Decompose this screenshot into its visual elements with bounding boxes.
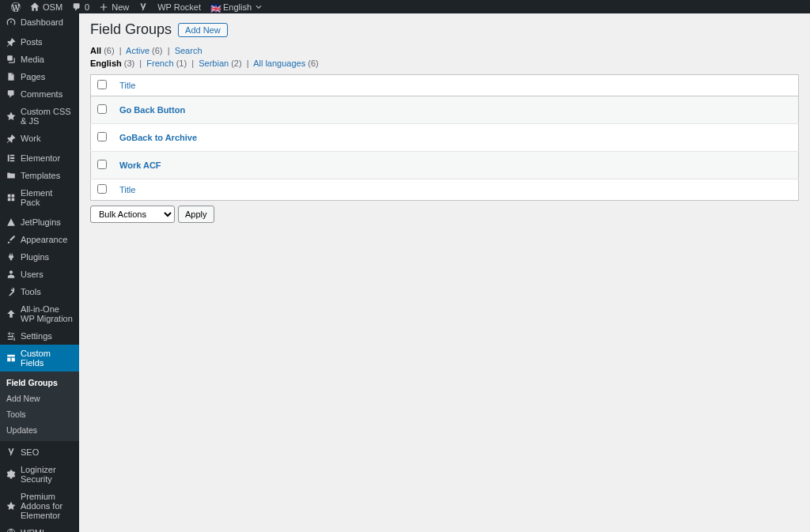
row-checkbox[interactable] bbox=[97, 160, 107, 169]
row-title-link[interactable]: GoBack to Archive bbox=[119, 133, 197, 142]
admin-bar: OSM 0 New WP Rocket 🇬🇧 English bbox=[0, 0, 810, 13]
elementor-icon bbox=[6, 153, 16, 163]
filter-active[interactable]: Active bbox=[126, 46, 150, 55]
sidebar-item-custom-css-js[interactable]: Custom CSS & JS bbox=[0, 103, 79, 130]
site-name-label: OSM bbox=[43, 2, 62, 12]
plus-icon bbox=[99, 2, 108, 12]
sidebar-item-custom-fields[interactable]: Custom Fields bbox=[0, 345, 79, 372]
table-row: Work ACF bbox=[91, 152, 799, 179]
jet-icon bbox=[6, 217, 16, 227]
sidebar-item-tools[interactable]: Tools bbox=[0, 283, 79, 300]
comments-bubble[interactable]: 0 bbox=[67, 2, 94, 12]
row-title-link[interactable]: Work ACF bbox=[119, 160, 161, 170]
sidebar-item-premium-addons[interactable]: Premium Addons for Elementor bbox=[0, 488, 79, 524]
yoast-icon bbox=[6, 447, 16, 457]
sidebar-item-jetplugins[interactable]: JetPlugins bbox=[0, 213, 79, 231]
comment-icon bbox=[72, 2, 81, 12]
pin-icon bbox=[6, 134, 16, 143]
sidebar-item-comments[interactable]: Comments bbox=[0, 85, 79, 103]
language-switcher[interactable]: 🇬🇧 English bbox=[206, 2, 267, 12]
plug-icon bbox=[6, 252, 16, 262]
select-all-checkbox-bottom[interactable] bbox=[97, 184, 107, 194]
wp-rocket-item[interactable]: WP Rocket bbox=[153, 2, 206, 12]
row-checkbox[interactable] bbox=[97, 104, 107, 114]
gear-icon bbox=[6, 470, 16, 479]
table-row: GoBack to Archive bbox=[91, 124, 799, 152]
sidebar-item-media[interactable]: Media bbox=[0, 51, 79, 68]
lang-serbian[interactable]: Serbian bbox=[199, 58, 229, 68]
sliders-icon bbox=[6, 331, 16, 341]
row-title-link[interactable]: Go Back Button bbox=[119, 105, 185, 115]
sidebar-item-plugins[interactable]: Plugins bbox=[0, 248, 79, 266]
brush-icon bbox=[6, 235, 16, 244]
submenu-add-new[interactable]: Add New bbox=[0, 391, 79, 406]
yoast-item[interactable] bbox=[134, 2, 153, 12]
comments-icon bbox=[6, 89, 16, 99]
home-icon bbox=[30, 2, 40, 12]
users-icon bbox=[6, 270, 16, 279]
globe-icon bbox=[6, 528, 16, 532]
page-header: Field Groups Add New bbox=[90, 21, 799, 38]
sidebar-item-posts[interactable]: Posts bbox=[0, 33, 79, 51]
tablenav-bottom: Bulk Actions Apply bbox=[90, 206, 799, 223]
wrench-icon bbox=[6, 287, 16, 296]
filter-all[interactable]: All bbox=[90, 46, 101, 55]
language-filter: English (3) | French (1) | Serbian (2) |… bbox=[90, 58, 799, 68]
acf-icon bbox=[6, 353, 16, 363]
sidebar-item-wpml[interactable]: WPML bbox=[0, 524, 79, 532]
sidebar-item-loginizer[interactable]: Loginizer Security bbox=[0, 461, 79, 488]
main-content: Field Groups Add New All (6) | Active (6… bbox=[79, 13, 810, 231]
media-icon bbox=[6, 55, 16, 64]
sidebar-item-seo[interactable]: SEO bbox=[0, 443, 79, 461]
grid-icon bbox=[6, 193, 16, 202]
dashboard-icon bbox=[6, 17, 16, 27]
submenu-tools[interactable]: Tools bbox=[0, 406, 79, 422]
table-row: Go Back Button bbox=[91, 96, 799, 124]
submenu-updates[interactable]: Updates bbox=[0, 422, 79, 438]
add-new-button[interactable]: Add New bbox=[178, 23, 228, 37]
sidebar-item-element-pack[interactable]: Element Pack bbox=[0, 184, 79, 211]
bulk-action-select[interactable]: Bulk Actions bbox=[90, 206, 175, 223]
column-title-sort[interactable]: Title bbox=[119, 81, 135, 90]
bulk-apply-button[interactable]: Apply bbox=[178, 206, 214, 223]
column-title-sort-bottom[interactable]: Title bbox=[119, 185, 135, 194]
comments-count: 0 bbox=[85, 2, 89, 12]
sidebar-item-dashboard[interactable]: Dashboard bbox=[0, 13, 79, 31]
page-title: Field Groups bbox=[90, 21, 172, 38]
uk-flag-icon: 🇬🇧 bbox=[210, 4, 220, 10]
new-label: New bbox=[112, 2, 129, 12]
language-label: English bbox=[223, 2, 252, 12]
site-name[interactable]: OSM bbox=[25, 2, 67, 12]
new-content[interactable]: New bbox=[94, 2, 134, 12]
sidebar-item-work[interactable]: Work bbox=[0, 130, 79, 147]
migrate-icon bbox=[6, 309, 16, 319]
sidebar-item-templates[interactable]: Templates bbox=[0, 167, 79, 184]
wp-logo[interactable] bbox=[6, 2, 25, 12]
wp-rocket-label: WP Rocket bbox=[157, 2, 201, 12]
addon-icon bbox=[6, 501, 16, 511]
wordpress-icon bbox=[11, 2, 21, 12]
lang-french[interactable]: French bbox=[146, 58, 173, 68]
yoast-icon bbox=[138, 2, 148, 12]
field-groups-table: Title Go Back Button GoBack to Archive W… bbox=[90, 74, 799, 201]
star-icon bbox=[6, 111, 16, 121]
sidebar-item-settings[interactable]: Settings bbox=[0, 327, 79, 345]
pin-icon bbox=[6, 37, 16, 47]
folder-icon bbox=[6, 171, 16, 180]
lang-all[interactable]: All languages bbox=[253, 58, 305, 68]
custom-fields-submenu: Field Groups Add New Tools Updates bbox=[0, 372, 79, 441]
sidebar-item-pages[interactable]: Pages bbox=[0, 68, 79, 85]
sidebar-item-elementor[interactable]: Elementor bbox=[0, 149, 79, 167]
submenu-field-groups[interactable]: Field Groups bbox=[0, 375, 79, 391]
select-all-checkbox-top[interactable] bbox=[97, 80, 107, 89]
lang-english[interactable]: English bbox=[90, 58, 122, 68]
chevron-down-icon bbox=[255, 3, 263, 11]
filter-search[interactable]: Search bbox=[175, 46, 202, 55]
sidebar-item-appearance[interactable]: Appearance bbox=[0, 231, 79, 248]
sidebar-item-users[interactable]: Users bbox=[0, 266, 79, 283]
status-filter: All (6) | Active (6) | Search bbox=[90, 46, 799, 55]
admin-sidebar: Dashboard Posts Media Pages Comments Cus… bbox=[0, 13, 79, 532]
page-icon bbox=[6, 72, 16, 81]
row-checkbox[interactable] bbox=[97, 132, 107, 141]
sidebar-item-aio-migration[interactable]: All-in-One WP Migration bbox=[0, 300, 79, 327]
